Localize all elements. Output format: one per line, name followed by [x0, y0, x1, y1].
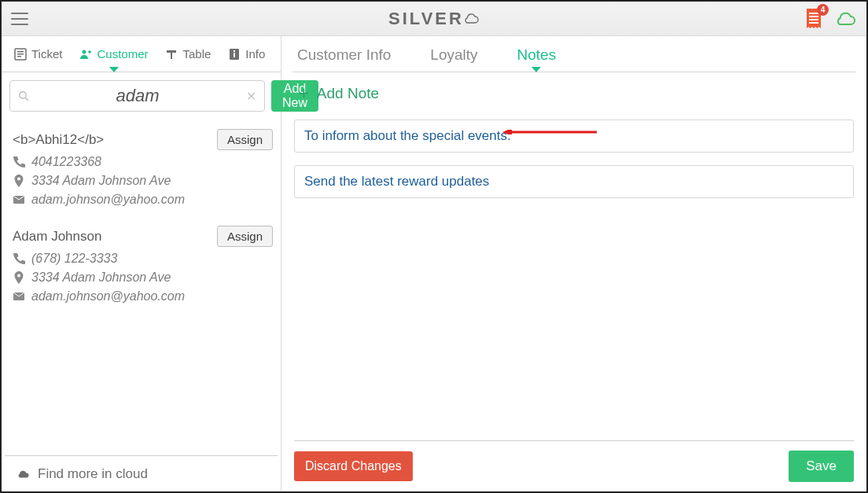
footer-actions: Discard Changes Save	[294, 440, 854, 482]
receipt-badge: 4	[817, 4, 829, 16]
svg-point-12	[20, 92, 26, 98]
tab-ticket[interactable]: Ticket	[6, 36, 70, 72]
add-note-label: Add Note	[317, 85, 379, 102]
svg-point-8	[83, 50, 86, 53]
annotation-arrow-icon	[502, 130, 597, 134]
svg-rect-5	[17, 51, 24, 53]
tab-table[interactable]: Table	[157, 36, 219, 72]
svg-rect-10	[234, 50, 235, 52]
brand-cloud-icon	[462, 13, 480, 24]
top-bar: SILVER 4	[2, 2, 866, 36]
brand-logo: SILVER	[388, 9, 480, 29]
menu-icon[interactable]	[11, 13, 28, 25]
info-icon	[228, 48, 241, 61]
note-item[interactable]: Send the latest reward updates	[294, 165, 854, 198]
save-button[interactable]: Save	[789, 451, 854, 482]
customer-card: <b>Abhi12</b> Assign 4041223368 3334 Ada…	[13, 121, 273, 218]
find-more-label: Find more in cloud	[38, 466, 148, 482]
tab-loyalty[interactable]: Loyalty	[430, 46, 477, 72]
customer-phone: (678) 122-3333	[31, 252, 117, 266]
right-tab-row: Customer Info Loyalty Notes	[292, 36, 855, 72]
phone-icon	[13, 252, 25, 265]
search-input[interactable]	[29, 86, 246, 106]
left-tab-row: Ticket Customer Table Info	[2, 36, 281, 72]
location-icon	[13, 271, 25, 284]
customer-address: 3334 Adam Johnson Ave	[31, 174, 171, 188]
search-icon	[18, 90, 29, 101]
ticket-icon	[14, 48, 27, 61]
tab-table-label: Table	[182, 47, 211, 61]
note-item[interactable]: To inform about the special events.	[294, 120, 854, 153]
customer-name: Adam Johnson	[13, 229, 101, 245]
customer-results: <b>Abhi12</b> Assign 4041223368 3334 Ada…	[2, 118, 281, 455]
svg-rect-3	[809, 22, 818, 24]
cloud-sync-icon[interactable]	[833, 10, 857, 28]
location-icon	[13, 175, 25, 187]
tab-customer[interactable]: Customer	[72, 36, 156, 72]
plus-icon: +	[299, 85, 309, 102]
note-text: To inform about the special events.	[304, 128, 511, 143]
tab-info-label: Info	[245, 47, 265, 61]
customer-card: Adam Johnson Assign (678) 122-3333 3334 …	[13, 218, 273, 315]
svg-rect-7	[17, 56, 21, 57]
customer-email: adam.johnson@yahoo.com	[31, 289, 185, 304]
assign-button[interactable]: Assign	[217, 226, 273, 247]
email-icon	[13, 290, 25, 303]
tab-info[interactable]: Info	[220, 36, 273, 72]
svg-rect-2	[809, 19, 818, 20]
note-text: Send the latest reward updates	[304, 174, 489, 189]
svg-rect-6	[17, 53, 24, 55]
phone-icon	[13, 156, 25, 168]
svg-line-13	[25, 97, 28, 101]
tab-customer-label: Customer	[97, 47, 148, 61]
find-more-cloud[interactable]: Find more in cloud	[5, 455, 278, 491]
customer-name: <b>Abhi12</b>	[13, 132, 104, 148]
svg-rect-11	[234, 53, 235, 57]
search-box[interactable]: ✕	[9, 80, 265, 112]
brand-text: SILVER	[388, 9, 464, 29]
tab-customer-info[interactable]: Customer Info	[297, 46, 391, 72]
assign-button[interactable]: Assign	[217, 129, 273, 150]
customer-address: 3334 Adam Johnson Ave	[31, 270, 171, 285]
tab-ticket-label: Ticket	[31, 47, 62, 61]
table-icon	[165, 48, 178, 61]
email-icon	[13, 193, 25, 206]
clear-search-icon[interactable]: ✕	[246, 89, 256, 104]
add-note-button[interactable]: + Add Note	[292, 72, 855, 113]
receipt-button[interactable]: 4	[804, 7, 824, 31]
svg-rect-1	[809, 16, 818, 17]
tab-notes[interactable]: Notes	[517, 46, 557, 72]
customer-icon	[79, 48, 92, 61]
customer-phone: 4041223368	[31, 155, 101, 169]
cloud-icon	[16, 469, 30, 480]
customer-email: adam.johnson@yahoo.com	[31, 193, 185, 207]
discard-button[interactable]: Discard Changes	[294, 451, 413, 481]
